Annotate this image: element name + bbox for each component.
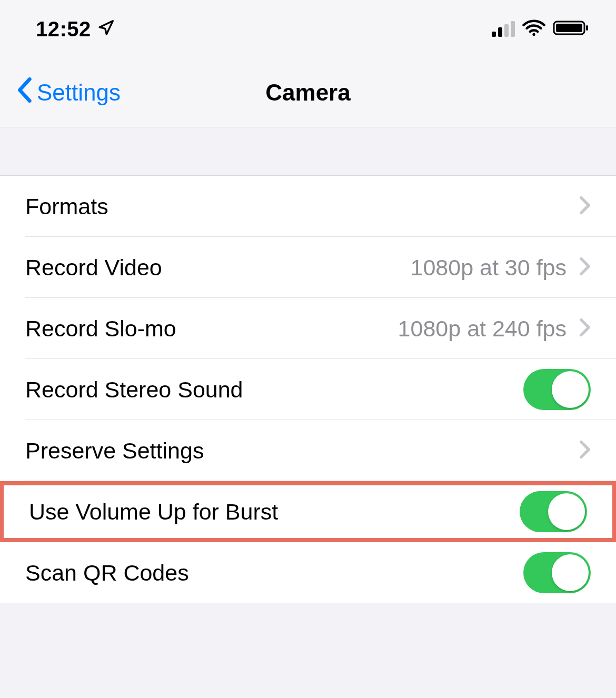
- row-label: Preserve Settings: [25, 438, 579, 464]
- formats-row[interactable]: Formats: [0, 176, 616, 237]
- record-video-row[interactable]: Record Video 1080p at 30 fps: [0, 237, 616, 298]
- scan-qr-codes-row: Scan QR Codes: [0, 542, 616, 603]
- row-label: Formats: [25, 194, 579, 220]
- row-label: Scan QR Codes: [25, 560, 523, 586]
- battery-icon: [553, 19, 590, 38]
- row-label: Record Slo-mo: [25, 316, 398, 342]
- chevron-right-icon: [579, 257, 591, 278]
- volume-burst-toggle[interactable]: [520, 491, 587, 532]
- chevron-right-icon: [579, 440, 591, 461]
- row-label: Use Volume Up for Burst: [29, 499, 520, 525]
- scan-qr-toggle[interactable]: [523, 552, 591, 593]
- cellular-signal-icon: [492, 21, 515, 37]
- status-time: 12:52: [36, 17, 91, 41]
- navigation-bar: Settings Camera: [0, 58, 616, 127]
- page-title: Camera: [265, 79, 350, 106]
- back-label: Settings: [37, 79, 121, 106]
- status-left: 12:52: [36, 17, 114, 41]
- settings-list: Formats Record Video 1080p at 30 fps Rec…: [0, 176, 616, 603]
- row-label: Record Stereo Sound: [25, 377, 523, 403]
- row-label: Record Video: [25, 255, 411, 281]
- chevron-right-icon: [579, 196, 591, 217]
- chevron-right-icon: [579, 318, 591, 339]
- status-right: [492, 19, 590, 38]
- row-value: 1080p at 30 fps: [411, 255, 567, 281]
- record-slomo-row[interactable]: Record Slo-mo 1080p at 240 fps: [0, 298, 616, 359]
- record-stereo-sound-row: Record Stereo Sound: [0, 359, 616, 420]
- volume-burst-row: Use Volume Up for Burst: [0, 481, 616, 542]
- preserve-settings-row[interactable]: Preserve Settings: [0, 420, 616, 481]
- svg-rect-3: [586, 25, 588, 31]
- status-bar: 12:52: [0, 0, 616, 58]
- wifi-icon: [522, 19, 545, 38]
- location-icon: [97, 19, 114, 38]
- svg-point-0: [532, 33, 535, 36]
- section-spacer: [0, 127, 616, 176]
- row-value: 1080p at 240 fps: [398, 316, 567, 342]
- stereo-sound-toggle[interactable]: [523, 369, 591, 410]
- svg-rect-2: [556, 24, 582, 32]
- back-button[interactable]: Settings: [16, 77, 121, 108]
- chevron-left-icon: [16, 77, 33, 108]
